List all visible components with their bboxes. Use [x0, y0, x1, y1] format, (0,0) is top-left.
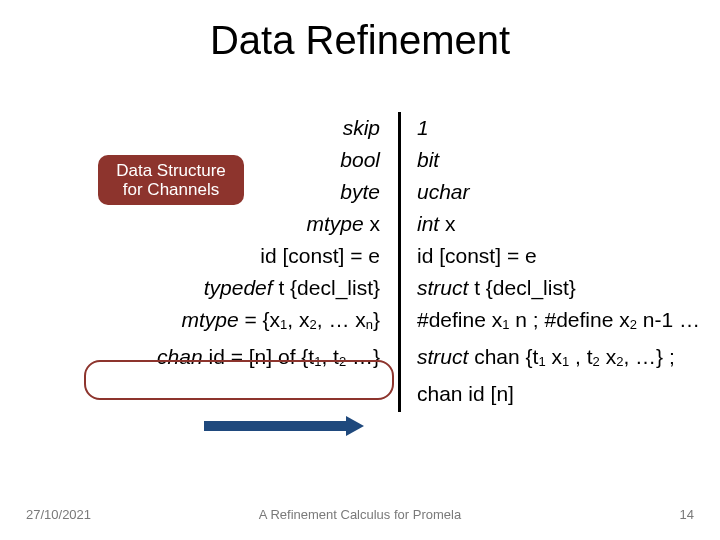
slide-title: Data Refinement — [0, 18, 720, 63]
left-line: mtype = {x1, x2, … xn} — [70, 304, 380, 341]
left-line: byte — [70, 176, 380, 208]
left-line: mtype x — [70, 208, 380, 240]
right-line: struct t {decl_list} — [417, 272, 700, 304]
arrow-right-icon — [204, 416, 364, 436]
arrow-head — [346, 416, 364, 436]
right-line: id [const] = e — [417, 240, 700, 272]
highlight-ring — [84, 360, 394, 400]
right-line: uchar — [417, 176, 700, 208]
footer-title: A Refinement Calculus for Promela — [0, 507, 720, 522]
right-column: 1 bit uchar int x id [const] = e struct … — [401, 112, 700, 412]
left-line: skip — [70, 112, 380, 144]
slide: Data Refinement Data Structure for Chann… — [0, 0, 720, 540]
page-number: 14 — [680, 507, 694, 522]
arrow-shaft — [204, 421, 346, 431]
right-line: int x — [417, 208, 700, 240]
left-line: id [const] = e — [70, 240, 380, 272]
left-line: typedef t {decl_list} — [70, 272, 380, 304]
right-line: struct chan {t1 x1 , t2 x2, …} ; — [417, 341, 700, 378]
right-line: chan id [n] — [417, 378, 700, 410]
left-line: bool — [70, 144, 380, 176]
right-line: #define x1 n ; #define x2 n-1 … — [417, 304, 700, 341]
right-line: bit — [417, 144, 700, 176]
right-line: 1 — [417, 112, 700, 144]
